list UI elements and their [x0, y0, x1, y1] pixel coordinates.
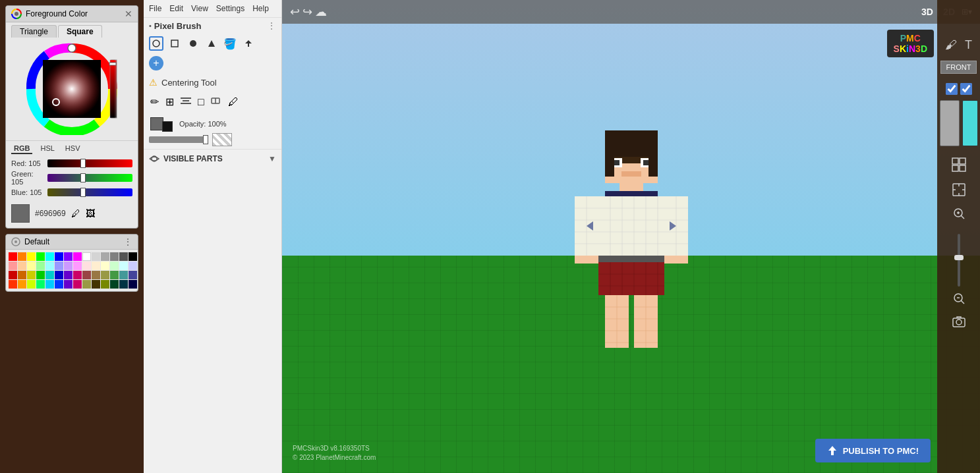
brush-options-button[interactable]: ⋮ — [267, 20, 276, 31]
red-slider[interactable] — [47, 159, 132, 167]
palette-color[interactable] — [101, 280, 109, 289]
skin-layer-1-checkbox[interactable] — [946, 83, 958, 95]
grid-tool[interactable]: ⊞ — [164, 94, 175, 109]
palette-color[interactable] — [82, 262, 91, 270]
settings-menu[interactable]: Settings — [216, 4, 245, 13]
file-menu[interactable]: File — [149, 4, 161, 13]
palette-color[interactable] — [18, 262, 26, 270]
palette-color[interactable] — [110, 280, 119, 289]
hsl-mode-tab[interactable]: HSL — [38, 144, 57, 154]
triangle-tab[interactable]: Triangle — [11, 25, 57, 38]
text-tool-icon[interactable]: T — [963, 36, 974, 54]
palette-color[interactable] — [45, 280, 54, 289]
palette-color[interactable] — [55, 252, 63, 261]
palette-color[interactable] — [82, 280, 91, 289]
palette-color[interactable] — [129, 252, 137, 261]
palette-color[interactable] — [73, 262, 82, 270]
main-viewport[interactable]: ↩ ↪ ☁ 3D | 2D ⊞▾ PMC SKiN3D — [282, 0, 980, 473]
palette-color[interactable] — [110, 262, 119, 270]
palette-color[interactable] — [45, 252, 54, 261]
square-tab[interactable]: Square — [58, 25, 102, 38]
background-color-box[interactable] — [162, 121, 173, 132]
zoom-thumb[interactable] — [954, 255, 964, 260]
hsv-mode-tab[interactable]: HSV — [63, 144, 83, 154]
image-sample-button[interactable]: 🖼 — [86, 208, 95, 219]
help-menu[interactable]: Help — [252, 4, 269, 13]
palette-color[interactable] — [73, 271, 82, 279]
palette-color[interactable] — [64, 271, 72, 279]
palette-color[interactable] — [27, 252, 36, 261]
palette-color[interactable] — [27, 271, 36, 279]
3d-view-label[interactable]: 3D — [921, 7, 933, 17]
palette-color[interactable] — [92, 280, 100, 289]
palette-color[interactable] — [129, 262, 137, 270]
palette-color[interactable] — [36, 252, 45, 261]
palette-color[interactable] — [101, 252, 109, 261]
edit-menu[interactable]: Edit — [169, 4, 183, 13]
palette-color[interactable] — [119, 252, 128, 261]
close-fg-panel-button[interactable]: ✕ — [125, 9, 132, 18]
blue-slider[interactable] — [47, 188, 132, 196]
palette-color[interactable] — [82, 252, 91, 261]
brush-triangle-button[interactable] — [204, 36, 219, 51]
paint-brush-icon[interactable]: 🖌 — [943, 36, 959, 54]
palette-color[interactable] — [18, 252, 26, 261]
palette-color[interactable] — [64, 262, 72, 270]
palette-color[interactable] — [64, 252, 72, 261]
opacity-slider[interactable] — [149, 136, 208, 143]
palette-color[interactable] — [129, 280, 137, 289]
screenshot-button[interactable] — [950, 314, 967, 333]
palette-menu-button[interactable]: ⋮ — [123, 237, 132, 246]
align-tool[interactable] — [179, 95, 192, 109]
redo-button[interactable]: ↪ — [303, 5, 312, 19]
front-view-button[interactable]: FRONT — [940, 61, 977, 74]
green-slider[interactable] — [47, 174, 132, 182]
brush-fill-button[interactable]: 🪣 — [223, 36, 237, 51]
palette-color[interactable] — [55, 280, 63, 289]
grid-view-button[interactable] — [950, 155, 968, 177]
rect-tool[interactable]: □ — [196, 95, 206, 109]
pencil-tool[interactable]: ✏ — [149, 94, 160, 109]
foreground-color-box[interactable] — [150, 117, 163, 130]
eyedropper-button[interactable]: 🖊 — [71, 208, 80, 219]
color-wheel-svg[interactable] — [26, 43, 118, 135]
palette-color[interactable] — [119, 271, 128, 279]
palette-color[interactable] — [73, 252, 82, 261]
zoom-in-button[interactable] — [951, 206, 967, 225]
palette-color[interactable] — [110, 252, 119, 261]
palette-color[interactable] — [18, 271, 26, 279]
palette-color[interactable] — [119, 262, 128, 270]
palette-color[interactable] — [9, 280, 17, 289]
palette-color[interactable] — [36, 271, 45, 279]
palette-color[interactable] — [27, 262, 36, 270]
zoom-out-button[interactable] — [951, 291, 967, 310]
palette-color[interactable] — [45, 271, 54, 279]
palette-color[interactable] — [92, 252, 100, 261]
palette-color[interactable] — [27, 280, 36, 289]
publish-button[interactable]: PUBLISH TO PMC! — [815, 439, 931, 462]
palette-color[interactable] — [9, 252, 17, 261]
brush-dot-button[interactable] — [186, 36, 200, 51]
picker-tool[interactable]: 🖊 — [227, 95, 240, 109]
palette-color[interactable] — [36, 280, 45, 289]
palette-color[interactable] — [64, 280, 72, 289]
palette-color[interactable] — [92, 271, 100, 279]
palette-color[interactable] — [101, 271, 109, 279]
palette-color[interactable] — [9, 262, 17, 270]
palette-color[interactable] — [92, 262, 100, 270]
palette-color[interactable] — [129, 271, 137, 279]
palette-color[interactable] — [18, 280, 26, 289]
palette-color[interactable] — [110, 271, 119, 279]
add-brush-button[interactable]: + — [149, 56, 163, 70]
color-swatch[interactable] — [11, 204, 30, 223]
brush-square-button[interactable] — [167, 36, 182, 51]
skin-layer-2-checkbox[interactable] — [960, 83, 972, 95]
palette-color[interactable] — [36, 262, 45, 270]
palette-color[interactable] — [82, 271, 91, 279]
view-menu[interactable]: View — [191, 4, 208, 13]
rgb-mode-tab[interactable]: RGB — [11, 144, 32, 154]
brush-arrow-button[interactable] — [241, 36, 256, 51]
eraser-tool[interactable] — [210, 95, 223, 109]
palette-color[interactable] — [9, 271, 17, 279]
palette-color[interactable] — [101, 262, 109, 270]
